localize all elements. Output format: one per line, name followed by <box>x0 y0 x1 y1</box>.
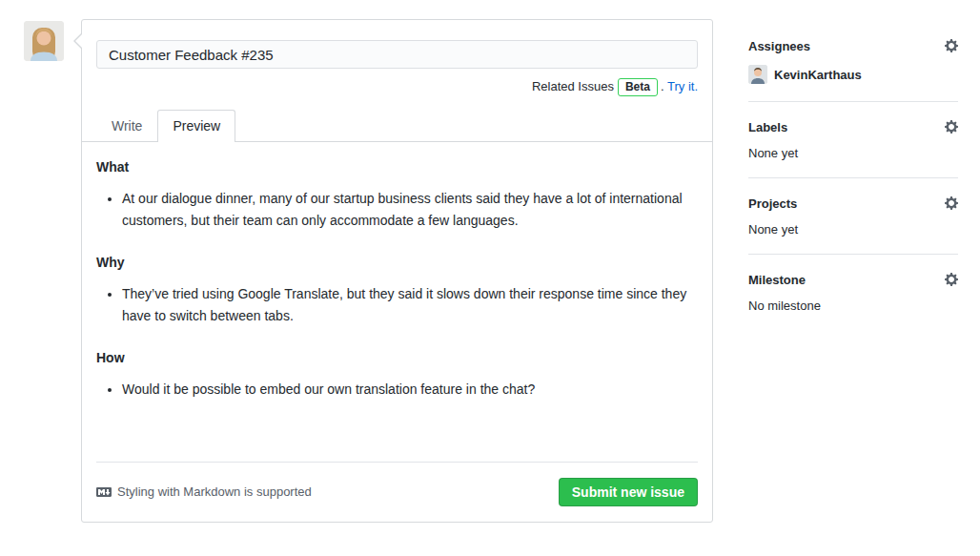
related-issues-row: Related IssuesBeta. Try it. <box>96 78 698 96</box>
assignee-avatar <box>748 65 767 84</box>
issue-title-input[interactable] <box>96 40 698 69</box>
write-preview-tabs: Write Preview <box>82 110 712 142</box>
submit-new-issue-button[interactable]: Submit new issue <box>559 478 698 506</box>
section-heading-how: How <box>96 350 698 365</box>
new-issue-card: Related IssuesBeta. Try it. Write Previe… <box>81 19 713 523</box>
user-avatar <box>24 21 64 61</box>
beta-badge: Beta <box>618 78 658 96</box>
bullet-item: At our dialogue dinner, many of our star… <box>122 188 698 232</box>
section-list-why: They’ve tried using Google Translate, bu… <box>96 283 698 327</box>
projects-title: Projects <box>748 196 797 211</box>
section-list-how: Would it be possible to embed our own tr… <box>96 379 698 401</box>
assignees-title: Assignees <box>748 39 810 53</box>
labels-content: None yet <box>748 146 958 160</box>
markdown-hint-text: Styling with Markdown is supported <box>117 484 312 499</box>
labels-title: Labels <box>748 120 787 134</box>
assignees-heading[interactable]: Assignees <box>748 38 958 53</box>
milestone-title: Milestone <box>748 273 806 287</box>
tab-preview[interactable]: Preview <box>157 110 235 142</box>
section-heading-why: Why <box>96 255 698 270</box>
related-issues-separator: . <box>661 79 664 93</box>
gear-icon[interactable] <box>945 272 958 287</box>
gear-icon[interactable] <box>945 38 958 53</box>
bullet-item: Would it be possible to embed our own tr… <box>122 379 698 401</box>
gear-icon[interactable] <box>945 119 958 134</box>
sidebar-section-assignees: Assignees KevinKarthaus <box>748 29 958 102</box>
gear-icon[interactable] <box>945 196 958 211</box>
projects-content: None yet <box>748 222 958 237</box>
markdown-hint-link[interactable]: Styling with Markdown is supported <box>96 484 312 500</box>
sidebar-section-labels: Labels None yet <box>748 102 958 178</box>
section-list-what: At our dialogue dinner, many of our star… <box>96 188 698 232</box>
milestone-heading[interactable]: Milestone <box>748 272 958 287</box>
sidebar-section-projects: Projects None yet <box>748 178 958 255</box>
related-issues-label: Related Issues <box>532 79 614 93</box>
assignee-name: KevinKarthaus <box>774 68 862 82</box>
card-footer: Styling with Markdown is supported Submi… <box>96 462 698 522</box>
tab-write[interactable]: Write <box>96 110 157 142</box>
sidebar-section-milestone: Milestone No milestone <box>748 255 958 330</box>
user-avatar-illustration <box>24 21 64 61</box>
milestone-content: No milestone <box>748 299 958 313</box>
card-top: Related IssuesBeta. Try it. <box>82 20 712 96</box>
bullet-item: They’ve tried using Google Translate, bu… <box>122 283 698 327</box>
labels-heading[interactable]: Labels <box>748 119 958 134</box>
try-it-link[interactable]: Try it. <box>667 79 698 93</box>
projects-heading[interactable]: Projects <box>748 196 958 211</box>
section-heading-what: What <box>96 159 698 175</box>
assignee-item[interactable]: KevinKarthaus <box>748 65 958 84</box>
markdown-icon <box>96 484 112 500</box>
assignees-content: KevinKarthaus <box>748 65 958 84</box>
preview-content: What At our dialogue dinner, many of our… <box>82 142 712 462</box>
comment-caret <box>73 32 82 50</box>
assignee-avatar-illustration <box>748 65 767 84</box>
issue-sidebar: Assignees KevinKarthaus Labels <box>748 29 958 330</box>
